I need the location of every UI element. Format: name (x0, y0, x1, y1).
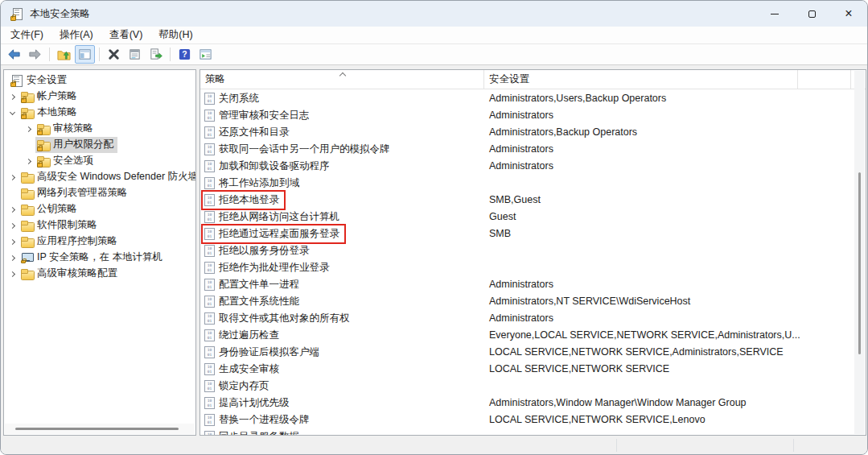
delete-button[interactable] (104, 45, 124, 64)
new-window-button[interactable] (195, 45, 216, 64)
expander-icon[interactable] (7, 234, 19, 250)
maximize-button[interactable] (793, 1, 830, 27)
expander-icon[interactable] (7, 266, 19, 282)
policy-row[interactable]: 1001 生成安全审核 LOCAL SERVICE,NETWORK SERVIC… (200, 360, 854, 377)
policy-row[interactable]: 1001 同步目录服务数据 (200, 428, 854, 435)
expander-icon[interactable] (23, 121, 35, 137)
folder-lock-icon (21, 91, 34, 102)
policy-row[interactable]: 1001 取得文件或其他对象的所有权 Administrators (200, 309, 854, 326)
policy-row[interactable]: 1001 关闭系统 Administrators,Users,Backup Op… (200, 89, 854, 106)
close-button[interactable]: × (830, 1, 867, 27)
policy-row[interactable]: 1001 拒绝通过远程桌面服务登录 SMB (200, 225, 854, 242)
close-icon: × (845, 7, 852, 20)
export-list-button[interactable] (146, 45, 166, 64)
policy-document-icon: 1001 (204, 211, 215, 223)
tree-item[interactable]: 高级审核策略配置 (4, 266, 195, 282)
tree-item[interactable]: 网络列表管理器策略 (4, 185, 195, 201)
policy-name: 同步目录服务数据 (219, 430, 299, 435)
tree-item[interactable]: 用户权限分配 (4, 137, 195, 153)
expander-icon[interactable] (7, 89, 19, 105)
menu-item[interactable]: 查看(V) (101, 27, 151, 43)
expander-icon[interactable] (7, 217, 19, 234)
policy-row[interactable]: 1001 绕过遍历检查 Everyone,LOCAL SERVICE,NETWO… (200, 326, 854, 343)
horizontal-scrollbar[interactable] (5, 424, 195, 434)
forward-arrow-icon (28, 48, 42, 61)
minimize-button[interactable] (756, 1, 793, 27)
security-setting-value: LOCAL SERVICE,NETWORK SERVICE (484, 363, 669, 374)
policy-document-icon: 1001 (204, 160, 215, 172)
maximize-icon (808, 10, 816, 18)
expander-icon[interactable] (7, 201, 19, 217)
console-tree-panel: 安全设置 帐户策略 本地策略 审核策略 (3, 69, 196, 436)
policy-row[interactable]: 1001 获取同一会话中另一个用户的模拟令牌 Administrators (200, 140, 854, 157)
show-hide-console-tree-button[interactable] (75, 45, 95, 64)
menu-item[interactable]: 操作(A) (51, 27, 101, 43)
policy-list-panel: 策略 安全设置 1001 关闭系统 Administrators,Users,B… (200, 69, 866, 436)
up-one-level-button[interactable] (54, 45, 74, 64)
expander-icon[interactable] (7, 169, 19, 185)
expander-icon[interactable] (7, 185, 19, 201)
toolbar-separator (170, 48, 171, 61)
tree-item[interactable]: IP 安全策略，在 本地计算机 (4, 250, 195, 266)
expander-icon[interactable] (23, 137, 35, 153)
column-setting-label: 安全设置 (489, 73, 529, 85)
policy-document-icon: 1001 (204, 380, 215, 392)
folder-lock-icon (37, 123, 50, 134)
console-lock-icon (10, 75, 23, 86)
help-icon: ? (178, 48, 191, 61)
policy-document-icon: 1001 (204, 397, 215, 409)
column-header-policy[interactable]: 策略 (200, 70, 484, 89)
policy-row[interactable]: 1001 管理审核和安全日志 Administrators (200, 106, 854, 123)
security-setting-value: Administrators (484, 312, 553, 324)
vertical-scrollbar[interactable] (854, 71, 865, 434)
tree-item[interactable]: 帐户策略 (4, 89, 195, 105)
toolbar-separator (49, 48, 50, 61)
policy-row[interactable]: 1001 拒绝从网络访问这台计算机 Guest (200, 208, 854, 225)
back-button[interactable] (4, 45, 24, 64)
tree-item-label: 高级安全 Windows Defender 防火墙 (37, 170, 196, 184)
policy-name: 关闭系统 (219, 92, 259, 105)
column-header-security-setting[interactable]: 安全设置 (484, 70, 798, 89)
policy-name: 配置文件系统性能 (219, 295, 299, 308)
expander-icon[interactable] (23, 153, 35, 169)
policy-name: 拒绝从网络访问这台计算机 (219, 210, 339, 224)
policy-row[interactable]: 1001 身份验证后模拟客户端 LOCAL SERVICE,NETWORK SE… (200, 343, 854, 360)
security-setting-value: Administrators (484, 143, 553, 155)
expander-icon[interactable] (7, 250, 19, 266)
tree-item[interactable]: 应用程序控制策略 (4, 234, 195, 250)
properties-button[interactable] (125, 45, 145, 64)
policy-row[interactable]: 1001 配置文件单一进程 Administrators (200, 275, 854, 292)
policy-row[interactable]: 1001 锁定内存页 (200, 377, 854, 394)
policy-row[interactable]: 1001 拒绝作为批处理作业登录 (200, 259, 854, 275)
policy-row[interactable]: 1001 替换一个进程级令牌 LOCAL SERVICE,NETWORK SER… (200, 411, 854, 428)
menu-item[interactable]: 帮助(H) (150, 27, 200, 43)
horizontal-scrollbar-thumb[interactable] (15, 428, 179, 430)
tree-item[interactable]: 安全选项 (4, 153, 195, 169)
policy-row[interactable]: 1001 拒绝本地登录 SMB,Guest (200, 191, 854, 208)
menu-item[interactable]: 文件(F) (2, 27, 51, 43)
status-bar-divider (616, 439, 617, 452)
policy-row[interactable]: 1001 配置文件系统性能 Administrators,NT SERVICE\… (200, 292, 854, 309)
tree-item-label: 审核策略 (53, 122, 93, 135)
help-button[interactable]: ? (175, 45, 195, 64)
policy-row[interactable]: 1001 提高计划优先级 Administrators,Window Manag… (200, 394, 854, 411)
policy-row[interactable]: 1001 拒绝以服务身份登录 (200, 242, 854, 259)
policy-name: 身份验证后模拟客户端 (219, 345, 319, 359)
security-setting-value: Administrators,Backup Operators (484, 126, 637, 138)
tree-item[interactable]: 软件限制策略 (4, 217, 195, 234)
tree-item[interactable]: 高级安全 Windows Defender 防火墙 (4, 169, 195, 185)
policy-row[interactable]: 1001 将工作站添加到域 (200, 174, 854, 191)
policy-row[interactable]: 1001 还原文件和目录 Administrators,Backup Opera… (200, 123, 854, 140)
forward-button[interactable] (25, 45, 45, 64)
expander-icon[interactable] (7, 105, 19, 121)
policy-row[interactable]: 1001 加载和卸载设备驱动程序 Administrators (200, 157, 854, 174)
tree-item[interactable]: 公钥策略 (4, 201, 195, 217)
vertical-scrollbar-thumb[interactable] (858, 172, 861, 354)
tree-root-security-settings[interactable]: 安全设置 (4, 72, 195, 89)
tree-item[interactable]: 本地策略 (4, 105, 195, 121)
export-list-icon (149, 48, 162, 61)
list-header: 策略 安全设置 (200, 70, 866, 89)
policy-name: 绕过遍历检查 (219, 329, 279, 342)
tree-item[interactable]: 审核策略 (4, 121, 195, 137)
policy-name: 配置文件单一进程 (219, 278, 299, 292)
